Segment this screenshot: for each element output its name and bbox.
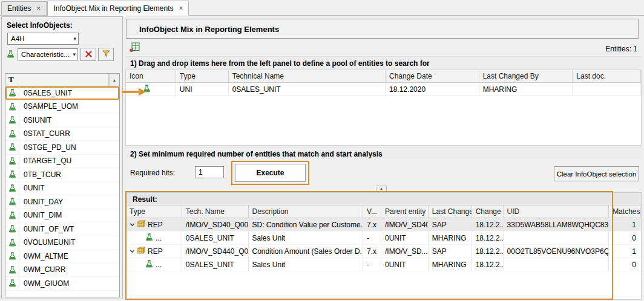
infoobject-list: T ▲ 0SALES_UNIT0SAMPLE_UOM0SIUNIT0STAT_C… xyxy=(5,73,120,297)
infoobject-list-item[interactable]: 0SAMPLE_UOM xyxy=(5,100,119,114)
infoobject-list-item[interactable]: 0WM_GIUOM xyxy=(5,277,119,291)
result-row[interactable]: REP/IMO/V_SD40_Q0001SD: Condition Value … xyxy=(126,218,641,231)
infoobject-name: 0WM_ALTME xyxy=(19,252,68,261)
result-title: Result: xyxy=(133,195,157,204)
infoobject-list-item[interactable]: 0UNIT xyxy=(5,182,119,196)
column-header[interactable]: Tech. Name xyxy=(182,206,249,218)
infoobject-name: 0STAT_CURR xyxy=(19,129,70,138)
column-header[interactable]: Technical Name xyxy=(229,70,386,82)
system-select-value: A4H xyxy=(11,35,24,42)
flask-icon xyxy=(145,233,153,243)
infoobject-name: 0UNIT_OF_WT xyxy=(19,225,74,233)
column-header[interactable]: Icon xyxy=(126,70,176,82)
tab[interactable]: Entities× xyxy=(1,1,47,15)
infoobject-name: 0SALES_UNIT xyxy=(19,89,72,97)
infoobject-list-item[interactable]: 0VOLUMEUNIT xyxy=(5,236,119,250)
left-panel-title: Select InfoObjects: xyxy=(7,21,73,30)
execute-button[interactable]: Execute xyxy=(235,164,306,182)
result-type: ... xyxy=(156,234,162,242)
chevron-expanded-icon[interactable] xyxy=(130,222,135,227)
result-type: REP xyxy=(148,247,163,256)
column-header[interactable]: Last Change... xyxy=(429,206,472,218)
infoobject-name: 0SIUNIT xyxy=(19,116,51,125)
scroll-up-button[interactable]: ▲ xyxy=(109,74,119,86)
clear-filter-button[interactable] xyxy=(80,48,96,61)
infoobject-list-item[interactable]: 0WM_CURR xyxy=(5,264,119,277)
column-header[interactable]: Description xyxy=(249,206,364,218)
infoobject-list-item[interactable]: 0SALES_UNIT xyxy=(5,86,119,100)
column-header[interactable]: V... xyxy=(363,206,381,218)
column-header[interactable]: Matches xyxy=(609,206,641,218)
query-icon xyxy=(137,220,145,229)
flask-icon xyxy=(5,168,19,181)
result-row[interactable]: ...0SALES_UNITSales Unit-0UNITMHARING18.… xyxy=(126,231,641,245)
system-select[interactable]: A4H ▾ xyxy=(7,33,79,45)
flask-icon xyxy=(5,128,19,141)
column-header[interactable]: Type xyxy=(176,70,229,82)
infoobject-list-item[interactable]: 0TARGET_QU xyxy=(5,155,119,169)
result-type: REP xyxy=(148,221,163,229)
result-title-bar: Result: xyxy=(126,193,641,206)
result-type: ... xyxy=(156,261,162,269)
export-to-spreadsheet-icon[interactable] xyxy=(130,42,140,53)
infoobject-list-item[interactable]: 0WM_ALTME xyxy=(5,250,119,264)
infoobject-list-item[interactable]: 0STGE_PD_UN xyxy=(5,141,119,155)
text-filter-header[interactable]: T xyxy=(5,74,109,86)
flask-icon xyxy=(145,260,153,270)
infoobject-list-item[interactable]: 0UNIT_DAY xyxy=(5,195,119,209)
pool-table-header: IconTypeTechnical NameChange DateLast Ch… xyxy=(126,70,641,83)
pool-table-row[interactable]: UNI0SALES_UNIT18.12.2020MHARING xyxy=(126,83,641,96)
flask-icon xyxy=(5,250,19,263)
red-x-icon xyxy=(85,50,92,59)
result-row[interactable]: REP/IMO/V_SD440_Q0001Condition Amount (S… xyxy=(126,245,641,258)
column-header[interactable]: Last doc. xyxy=(573,70,641,82)
flask-icon xyxy=(5,222,19,236)
section2-header: 2) Set minimum required number of entiti… xyxy=(125,147,642,159)
annotation-arrow xyxy=(120,86,147,97)
column-header[interactable]: UID xyxy=(504,206,610,218)
infoobject-list-item[interactable]: 0UNIT_OF_WT xyxy=(5,222,119,236)
infoobject-name: 0VOLUMEUNIT xyxy=(19,238,75,247)
column-header[interactable]: Change ... xyxy=(472,206,504,218)
chevron-expanded-icon[interactable] xyxy=(130,248,135,254)
result-row[interactable]: ...0SALES_UNITSales Unit-0UNITMHARING18.… xyxy=(126,258,641,271)
infoobject-name: 0UNIT_DIM xyxy=(19,211,62,219)
flask-icon xyxy=(5,86,19,100)
flask-icon xyxy=(7,50,15,60)
tab-label: InfoObject Mix in Reporting Elements xyxy=(53,4,173,13)
chevron-down-icon: ▾ xyxy=(71,36,76,42)
infoobject-name: 0UNIT xyxy=(19,184,45,192)
required-hits-label: Required hits: xyxy=(130,169,175,177)
tab-label: Entities xyxy=(7,4,31,13)
required-hits-input[interactable] xyxy=(195,166,224,178)
entities-count: Entities: 1 xyxy=(605,45,637,53)
tab[interactable]: InfoObject Mix in Reporting Elements× xyxy=(47,1,189,16)
column-header[interactable]: Last Changed By xyxy=(479,70,573,82)
column-header[interactable]: Change Date xyxy=(386,70,479,82)
tab-bar: Entities×InfoObject Mix in Reporting Ele… xyxy=(0,0,644,16)
pool-table-body: UNI0SALES_UNIT18.12.2020MHARING xyxy=(126,83,641,96)
filter-button[interactable] xyxy=(98,48,114,61)
page-title-box: InfoObject Mix in Reporting Elements xyxy=(126,19,639,39)
infoobject-list-item[interactable]: 0STAT_CURR xyxy=(5,128,119,141)
clear-infoobject-selection-button[interactable]: Clear InfoObject selection xyxy=(554,166,639,181)
flask-icon xyxy=(5,114,19,127)
infoobject-type-value: Characteristic... xyxy=(21,51,70,58)
column-header[interactable]: Type xyxy=(126,206,182,218)
close-icon[interactable]: × xyxy=(36,5,41,11)
splitter-scroll-up-button[interactable]: ▲ xyxy=(376,186,387,192)
flask-icon xyxy=(5,155,19,168)
flask-icon xyxy=(5,100,19,114)
infoobject-list-item[interactable]: 0UNIT_DIM xyxy=(5,209,119,223)
flask-icon xyxy=(5,209,19,222)
infoobject-type-select[interactable]: Characteristic... ▾ xyxy=(18,48,78,60)
result-table-body: REP/IMO/V_SD40_Q0001SD: Condition Value … xyxy=(126,218,641,271)
infoobject-name: 0SAMPLE_UOM xyxy=(19,102,78,111)
infoobject-list-header: T ▲ xyxy=(5,74,119,86)
infoobject-list-item[interactable]: 0SIUNIT xyxy=(5,114,119,128)
close-icon[interactable]: × xyxy=(179,5,183,11)
column-header[interactable]: Parent entity xyxy=(381,206,429,218)
infoobject-name: 0WM_CURR xyxy=(19,265,65,274)
infoobject-list-item[interactable]: 0TB_TCUR xyxy=(5,168,119,182)
flask-icon xyxy=(5,264,19,277)
